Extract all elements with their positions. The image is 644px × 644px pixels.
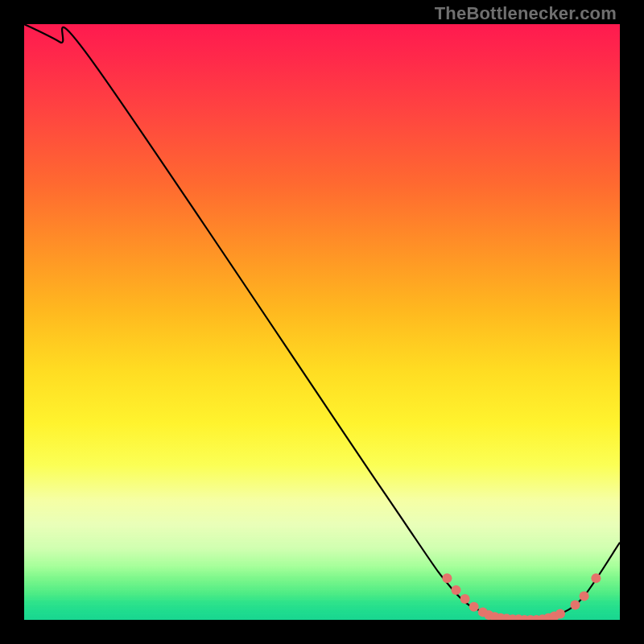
data-point [571, 601, 580, 610]
data-point [490, 612, 500, 620]
data-point [502, 614, 511, 620]
data-point [543, 613, 553, 620]
data-point [580, 591, 589, 601]
data-point [484, 610, 493, 620]
data-point [508, 614, 518, 620]
watermark-text: TheBottlenecker.com [435, 5, 617, 23]
curve-svg [24, 24, 620, 620]
data-point [591, 573, 601, 583]
data-point [469, 602, 479, 612]
data-point [478, 607, 488, 617]
data-point [520, 615, 530, 620]
data-point [514, 614, 523, 620]
data-point [460, 594, 470, 604]
data-point [442, 573, 452, 583]
data-point [550, 612, 559, 620]
curve-dots-group [442, 573, 601, 620]
curve-path [24, 24, 620, 620]
data-point [452, 585, 461, 595]
data-point [526, 615, 535, 620]
gradient-stripes [24, 489, 620, 620]
data-point [555, 609, 565, 619]
data-point [531, 615, 541, 620]
chart-panel [24, 24, 620, 620]
data-point [496, 613, 506, 620]
data-point [538, 614, 547, 620]
